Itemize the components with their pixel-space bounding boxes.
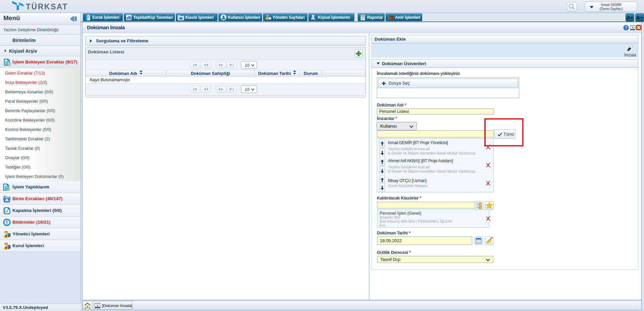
svg-text:?: ?	[625, 26, 627, 30]
svg-text:TÜRKSAT: TÜRKSAT	[26, 2, 68, 11]
